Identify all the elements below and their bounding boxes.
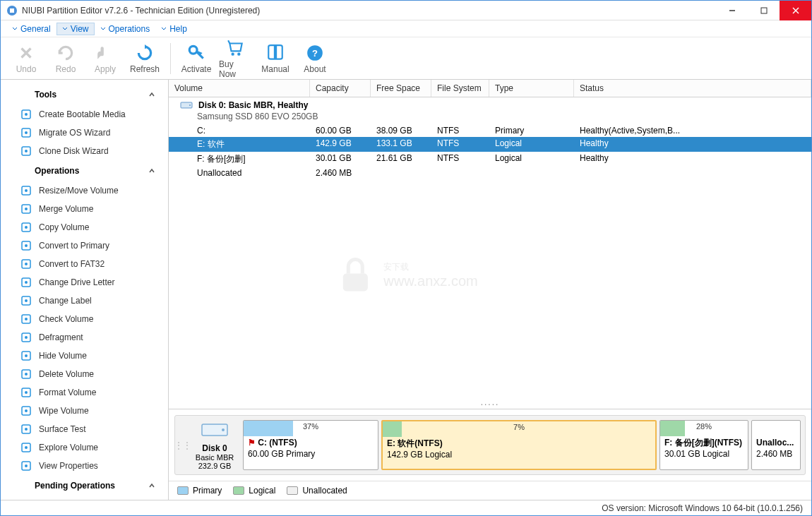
activate-button[interactable]: Activate bbox=[179, 43, 213, 74]
sidebar-item[interactable]: Convert to Primary bbox=[1, 236, 168, 255]
partition-box[interactable]: Unalloc...2.460 MB bbox=[751, 420, 801, 470]
disk-map-panel: ⋮⋮ Disk 0 Basic MBR 232.9 GB 37%⚑ C: (NT… bbox=[169, 409, 811, 481]
convert-icon bbox=[20, 240, 32, 251]
menu-help[interactable]: Help bbox=[155, 23, 193, 35]
sidebar-header-pending[interactable]: Pending Operations bbox=[1, 475, 168, 496]
undo-button[interactable]: Undo bbox=[9, 43, 43, 74]
sidebar-item[interactable]: Explore Volume bbox=[1, 438, 168, 457]
table-row[interactable]: F: 备份[勿删]30.01 GB21.61 GBNTFSLogicalHeal… bbox=[169, 152, 811, 167]
chevron-down-icon bbox=[161, 26, 167, 32]
svg-point-20 bbox=[25, 208, 28, 210]
partition-box[interactable]: 37%⚑ C: (NTFS)60.00 GB Primary bbox=[243, 420, 378, 470]
close-button[interactable] bbox=[780, 1, 811, 20]
check-icon bbox=[20, 313, 32, 325]
buynow-button[interactable]: Buy Now bbox=[219, 38, 253, 79]
svg-point-44 bbox=[25, 428, 28, 431]
sidebar-item[interactable]: Convert to FAT32 bbox=[1, 255, 168, 273]
sidebar-item[interactable]: Surface Test bbox=[1, 420, 168, 438]
chevron-down-icon bbox=[100, 26, 106, 32]
table-header: Volume Capacity Free Space File System T… bbox=[169, 80, 811, 97]
resize-icon bbox=[20, 185, 32, 196]
svg-point-46 bbox=[25, 446, 28, 449]
table-row[interactable]: Unallocated2.460 MB bbox=[169, 167, 811, 179]
grip-handle-icon[interactable]: ⋮⋮ bbox=[179, 420, 186, 470]
svg-rect-1 bbox=[10, 8, 14, 13]
table-row[interactable]: C:60.00 GB38.09 GBNTFSPrimaryHealthy(Act… bbox=[169, 124, 811, 137]
maximize-button[interactable] bbox=[748, 1, 780, 20]
sidebar-item[interactable]: Migrate OS Wizard bbox=[1, 124, 168, 142]
col-capacity[interactable]: Capacity bbox=[310, 80, 371, 97]
sidebar-header-tools[interactable]: Tools bbox=[1, 84, 168, 105]
disk-info[interactable]: Disk 0 Basic MBR 232.9 GB bbox=[189, 420, 240, 470]
sidebar-item[interactable]: Format Volume bbox=[1, 383, 168, 402]
copy-icon bbox=[20, 222, 32, 233]
explore-icon bbox=[20, 442, 32, 453]
col-type[interactable]: Type bbox=[489, 80, 574, 97]
menu-operations[interactable]: Operations bbox=[95, 23, 156, 35]
legend-unallocated: Unallocated bbox=[287, 486, 347, 496]
svg-point-8 bbox=[237, 52, 240, 55]
menu-general[interactable]: General bbox=[6, 23, 56, 35]
sidebar-item[interactable]: Wipe Volume bbox=[1, 402, 168, 420]
menu-view[interactable]: View bbox=[56, 23, 95, 35]
disk-header[interactable]: Disk 0: Basic MBR, Healthy bbox=[169, 97, 811, 113]
legend-logical: Logical bbox=[233, 486, 275, 496]
col-filesystem[interactable]: File System bbox=[431, 80, 489, 97]
clone-icon bbox=[20, 145, 32, 157]
manual-button[interactable]: Manual bbox=[258, 43, 292, 74]
defrag-icon bbox=[20, 332, 32, 343]
menubar: General View Operations Help bbox=[1, 20, 811, 37]
svg-point-24 bbox=[25, 244, 28, 247]
svg-point-40 bbox=[25, 391, 28, 394]
props-icon bbox=[20, 460, 32, 472]
svg-point-42 bbox=[25, 409, 28, 412]
migrate-icon bbox=[20, 127, 32, 138]
separator-dots: ..... bbox=[169, 396, 811, 409]
sidebar-item[interactable]: Merge Volume bbox=[1, 200, 168, 218]
sidebar-item[interactable]: Delete Volume bbox=[1, 365, 168, 383]
chevron-up-icon bbox=[148, 482, 155, 489]
sidebar-item[interactable]: Change Label bbox=[1, 292, 168, 310]
sidebar-item[interactable]: View Properties bbox=[1, 457, 168, 475]
sidebar-item[interactable]: Copy Volume bbox=[1, 218, 168, 236]
sidebar-item[interactable]: Change Drive Letter bbox=[1, 273, 168, 292]
sidebar-item[interactable]: Defragment bbox=[1, 328, 168, 347]
about-button[interactable]: ?About bbox=[298, 43, 332, 74]
chevron-down-icon bbox=[12, 26, 18, 32]
partition-box[interactable]: 7%E: 软件(NTFS)142.9 GB Logical bbox=[381, 420, 657, 470]
svg-point-32 bbox=[25, 318, 28, 320]
svg-point-28 bbox=[25, 281, 28, 284]
delete-icon bbox=[20, 368, 32, 380]
sidebar-item[interactable]: Hide Volume bbox=[1, 347, 168, 365]
minimize-button[interactable] bbox=[716, 1, 748, 20]
col-status[interactable]: Status bbox=[574, 80, 811, 97]
svg-point-16 bbox=[25, 150, 28, 152]
sidebar-item[interactable]: Resize/Move Volume bbox=[1, 181, 168, 200]
svg-point-50 bbox=[189, 104, 191, 106]
apply-button[interactable]: Apply bbox=[88, 43, 122, 74]
merge-icon bbox=[20, 203, 32, 215]
refresh-button[interactable]: Refresh bbox=[128, 43, 162, 74]
surface-icon bbox=[20, 424, 32, 435]
sidebar-item[interactable]: Check Volume bbox=[1, 310, 168, 328]
volume-table: Volume Capacity Free Space File System T… bbox=[169, 80, 811, 396]
sidebar-item[interactable]: Create Bootable Media bbox=[1, 105, 168, 124]
chevron-up-icon bbox=[148, 91, 155, 98]
sidebar-header-operations[interactable]: Operations bbox=[1, 160, 168, 181]
sidebar: Tools Create Bootable MediaMigrate OS Wi… bbox=[1, 80, 169, 500]
disk-icon bbox=[180, 100, 193, 110]
toolbar-separator bbox=[170, 43, 171, 74]
svg-rect-3 bbox=[761, 8, 767, 13]
partition-box[interactable]: 28%F: 备份[勿删](NTFS)30.01 GB Logical bbox=[659, 420, 748, 470]
disc-icon bbox=[20, 109, 32, 120]
table-row[interactable]: E: 软件142.9 GB133.1 GBNTFSLogicalHealthy bbox=[169, 137, 811, 152]
sidebar-item[interactable]: Clone Disk Wizard bbox=[1, 142, 168, 160]
col-free[interactable]: Free Space bbox=[371, 80, 431, 97]
redo-button[interactable]: Redo bbox=[49, 43, 83, 74]
svg-point-18 bbox=[25, 189, 28, 192]
svg-point-38 bbox=[25, 373, 28, 376]
statusbar: OS version: Microsoft Windows 10 64-bit … bbox=[1, 500, 811, 515]
svg-point-36 bbox=[25, 354, 28, 357]
col-volume[interactable]: Volume bbox=[169, 80, 310, 97]
wipe-icon bbox=[20, 405, 32, 416]
